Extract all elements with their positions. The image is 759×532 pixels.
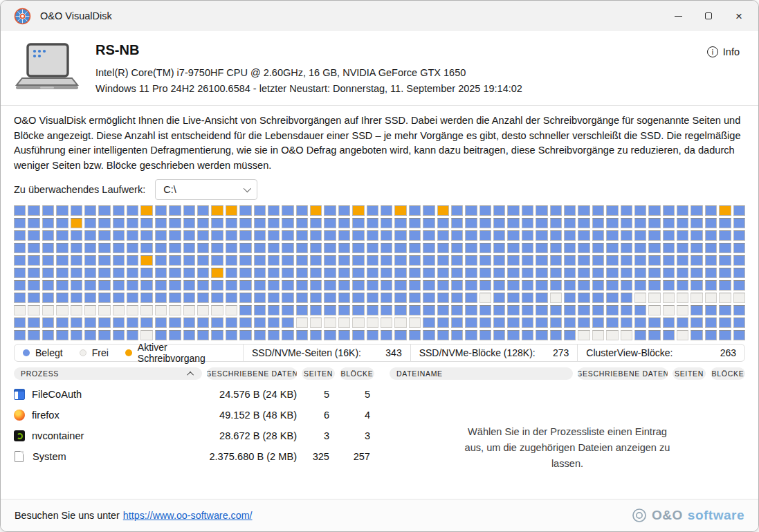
disk-block-cell	[84, 218, 96, 228]
disk-block-cell	[451, 243, 463, 253]
disk-block-cell	[42, 243, 54, 253]
active-write-dot-icon	[125, 349, 132, 356]
pages-value: 5	[302, 389, 335, 400]
disk-block-cell	[564, 305, 576, 315]
process-row[interactable]: firefox49.152 B (48 KB)64	[14, 405, 374, 425]
disk-block-cell	[536, 230, 547, 241]
disk-block-cell	[310, 280, 322, 291]
disk-block-cell	[592, 205, 604, 216]
disk-block-cell	[239, 243, 251, 253]
maximize-button[interactable]	[693, 4, 724, 28]
disk-block-cell	[169, 318, 181, 328]
disk-block-cell	[338, 293, 350, 303]
file-table-header: DATEINAME GESCHRIEBENE DATEN SEITEN BLÖC…	[390, 367, 745, 380]
disk-block-cell	[423, 268, 435, 278]
disk-block-cell	[451, 268, 463, 278]
disk-block-cell	[98, 243, 110, 253]
column-header-geschriebene-daten[interactable]: GESCHRIEBENE DATEN	[207, 367, 297, 380]
disk-block-cell	[606, 330, 618, 340]
disk-block-cell	[423, 318, 435, 328]
disk-block-cell	[310, 318, 322, 328]
disk-block-cell	[705, 255, 717, 266]
process-row[interactable]: System2.375.680 B (2 MB)325257	[14, 446, 374, 467]
disk-block-cell	[226, 205, 237, 216]
disk-block-cell	[493, 230, 505, 241]
disk-block-cell	[352, 268, 364, 278]
disk-block-cell	[14, 243, 26, 253]
disk-block-cell	[621, 268, 632, 278]
disk-block-cell	[56, 305, 68, 315]
disk-block-cell	[254, 268, 266, 278]
disk-block-cell	[127, 255, 138, 266]
column-header-file-seiten[interactable]: SEITEN	[673, 367, 706, 380]
disk-block-cell	[28, 230, 39, 241]
disk-block-cell	[84, 330, 96, 340]
disk-block-cell	[677, 230, 688, 241]
disk-block-cell	[338, 330, 350, 340]
disk-block-cell	[239, 330, 251, 340]
disk-block-cell	[239, 293, 251, 303]
disk-block-cell	[536, 243, 547, 253]
drive-select-dropdown[interactable]: C:\	[155, 179, 257, 200]
disk-block-cell	[409, 205, 421, 216]
disk-block-cell	[409, 305, 421, 315]
disk-block-cell	[634, 293, 646, 303]
file-table: DATEINAME GESCHRIEBENE DATEN SEITEN BLÖC…	[390, 367, 745, 499]
website-link[interactable]: https://www.oo-software.com/	[123, 510, 253, 521]
process-row[interactable]: FileCoAuth24.576 B (24 KB)55	[14, 384, 374, 405]
disk-block-cell	[564, 280, 576, 291]
written-data-value: 2.375.680 B (2 MB)	[207, 451, 297, 462]
disk-block-cell	[183, 230, 195, 241]
disk-block-cell	[42, 230, 54, 241]
disk-block-cell	[691, 318, 702, 328]
process-row[interactable]: nvcontainer28.672 B (28 KB)33	[14, 425, 374, 446]
disk-block-cell	[719, 230, 731, 241]
process-name: System	[33, 451, 66, 462]
minimize-button[interactable]	[663, 4, 693, 28]
disk-block-cell	[155, 293, 167, 303]
cpu-info-line: Intel(R) Core(TM) i7-9750HF CPU @ 2.60GH…	[95, 65, 522, 81]
disk-block-cell	[705, 243, 717, 253]
disk-block-cell	[648, 230, 660, 241]
column-header-file-geschriebene-daten[interactable]: GESCHRIEBENE DATEN	[578, 367, 668, 380]
disk-block-cell	[522, 330, 533, 340]
column-header-prozess[interactable]: PROZESS	[14, 367, 202, 380]
disk-block-cell	[507, 205, 519, 216]
disk-block-cell	[578, 305, 589, 315]
column-header-seiten[interactable]: SEITEN	[302, 367, 335, 380]
disk-block-cell	[705, 205, 717, 216]
disk-block-cell	[507, 305, 519, 315]
disk-block-cell	[113, 293, 125, 303]
column-header-file-bloecke[interactable]: BLÖCKE	[711, 367, 745, 380]
disk-block-cell	[324, 293, 336, 303]
disk-block-cell	[169, 255, 181, 266]
disk-block-cell	[691, 293, 702, 303]
disk-block-cell	[197, 230, 209, 241]
disk-block-cell	[338, 280, 350, 291]
disk-block-cell	[578, 205, 589, 216]
disk-block-cell	[465, 318, 477, 328]
disk-block-cell	[169, 218, 181, 228]
disk-block-cell	[42, 268, 54, 278]
disk-block-cell	[592, 318, 604, 328]
info-button[interactable]: i Info	[707, 46, 740, 57]
disk-block-cell	[28, 255, 39, 266]
disk-block-cell	[394, 293, 406, 303]
disk-block-cell	[324, 243, 336, 253]
disk-block-cell	[465, 230, 477, 241]
column-header-bloecke[interactable]: BLÖCKE	[340, 367, 374, 380]
close-button[interactable]: ×	[724, 4, 754, 28]
disk-block-cell	[310, 230, 322, 241]
disk-block-cell	[84, 293, 96, 303]
disk-block-cell	[296, 230, 308, 241]
disk-block-cell	[84, 318, 96, 328]
block-grid	[14, 205, 745, 340]
disk-block-cell	[155, 218, 167, 228]
drive-select-value: C:\	[163, 184, 176, 195]
disk-block-cell	[381, 205, 392, 216]
disk-block-cell	[84, 268, 96, 278]
column-header-dateiname[interactable]: DATEINAME	[390, 367, 573, 380]
disk-block-cell	[536, 330, 547, 340]
disk-block-cell	[98, 255, 110, 266]
disk-block-cell	[578, 255, 589, 266]
